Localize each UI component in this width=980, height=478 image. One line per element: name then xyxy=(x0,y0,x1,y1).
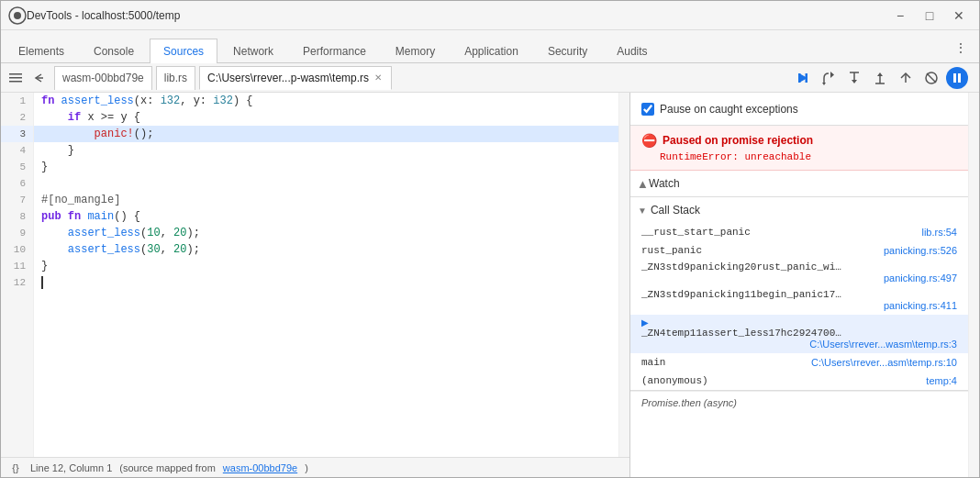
tab-performance[interactable]: Performance xyxy=(289,39,380,63)
pause-on-exceptions-button[interactable] xyxy=(946,67,968,89)
right-scrollbar[interactable] xyxy=(968,93,979,477)
call-stack-section: ▼ Call Stack __rust_start_panic lib.rs:5… xyxy=(630,197,968,391)
stack-item-6[interactable]: (anonymous) temp:4 xyxy=(630,372,968,390)
error-icon: ⛔ xyxy=(641,133,657,148)
maximize-button[interactable]: □ xyxy=(917,6,942,25)
stack-loc-6[interactable]: temp:4 xyxy=(926,375,957,386)
call-stack-label: Call Stack xyxy=(651,204,700,217)
tab-memory[interactable]: Memory xyxy=(382,39,449,63)
promise-label: Promise.then (async) xyxy=(641,397,737,408)
line-num-7: 7 xyxy=(1,192,33,208)
code-line-8: pub fn main() { xyxy=(34,208,618,225)
source-map-text: (source mapped from xyxy=(119,462,216,473)
file-tab-close-button[interactable]: ✕ xyxy=(373,72,384,83)
stack-loc-4[interactable]: C:\Users\rrever...wasm\temp.rs:3 xyxy=(641,339,957,350)
tab-network[interactable]: Network xyxy=(219,39,287,63)
code-line-12 xyxy=(34,274,618,291)
error-banner: ⛔ Paused on promise rejection RuntimeErr… xyxy=(630,126,968,171)
pretty-print-button[interactable]: {} xyxy=(8,461,23,475)
editor-pane: 1 2 3 4 5 6 7 8 9 10 11 12 fn asse xyxy=(1,93,630,477)
tab-security[interactable]: Security xyxy=(534,39,601,63)
right-main[interactable]: Pause on caught exceptions ⛔ Paused on p… xyxy=(630,93,968,477)
close-button[interactable]: ✕ xyxy=(946,6,972,25)
svg-rect-4 xyxy=(9,81,22,83)
file-tab-wasm[interactable]: wasm-00bbd79e xyxy=(54,66,152,90)
line-num-10: 10 xyxy=(1,241,33,258)
resume-icon xyxy=(796,71,810,85)
tab-audits[interactable]: Audits xyxy=(603,39,661,63)
stack-loc-0[interactable]: lib.rs:54 xyxy=(921,227,957,238)
tab-extra-icons: ⋮ xyxy=(942,37,979,59)
window-title: DevTools - localhost:5000/temp xyxy=(27,9,887,22)
svg-rect-7 xyxy=(798,73,801,83)
pause-icon xyxy=(950,71,964,85)
debug-toolbar xyxy=(792,67,975,89)
file-tab-temprs-label: C:\Users\rrever...p-wasm\temp.rs xyxy=(207,72,369,84)
devtools-window: DevTools - localhost:5000/temp − □ ✕ Ele… xyxy=(0,0,980,478)
step-over-button[interactable] xyxy=(818,67,840,89)
tab-application[interactable]: Application xyxy=(451,39,532,63)
stack-fn-5: main xyxy=(641,357,665,368)
call-stack-header[interactable]: ▼ Call Stack xyxy=(630,197,968,223)
stack-item-5[interactable]: main C:\Users\rrever...asm\temp.rs:10 xyxy=(630,353,968,372)
toggle-sidebar-button[interactable] xyxy=(5,67,27,89)
source-map-suffix: ) xyxy=(305,462,308,473)
code-lines: fn assert_less(x: i32, y: i32) { if x >=… xyxy=(34,93,618,457)
tab-sources[interactable]: Sources xyxy=(150,39,217,63)
step-out-button[interactable] xyxy=(869,67,891,89)
stack-fn-3: _ZN3std9panicking11begin_panic17hf8bbc13… xyxy=(641,289,843,300)
code-line-3: panic!(); xyxy=(34,126,618,142)
tab-elements[interactable]: Elements xyxy=(5,39,78,63)
code-line-1: fn assert_less(x: i32, y: i32) { xyxy=(34,93,618,109)
right-content: Pause on caught exceptions ⛔ Paused on p… xyxy=(630,93,979,477)
stack-loc-5[interactable]: C:\Users\rrever...asm\temp.rs:10 xyxy=(811,357,957,368)
stack-fn-2: _ZN3std9panicking20rust_panic_with_hook1… xyxy=(641,261,843,272)
source-map-link[interactable]: wasm-00bbd79e xyxy=(223,462,297,473)
stack-loc-3[interactable]: panicking.rs:411 xyxy=(641,300,957,311)
tab-console[interactable]: Console xyxy=(80,39,148,63)
stack-item-1[interactable]: rust_panic panicking.rs:526 xyxy=(630,241,968,260)
status-bar: {} Line 12, Column 1 (source mapped from… xyxy=(1,457,629,477)
editor-scrollbar[interactable] xyxy=(618,93,629,457)
customize-devtools-button[interactable]: ⋮ xyxy=(950,37,972,59)
line-num-2: 2 xyxy=(1,109,33,126)
code-editor[interactable]: 1 2 3 4 5 6 7 8 9 10 11 12 fn asse xyxy=(1,93,629,457)
line-num-8: 8 xyxy=(1,208,33,225)
stack-loc-2[interactable]: panicking.rs:497 xyxy=(641,272,957,283)
svg-marker-9 xyxy=(830,72,834,78)
stack-item-3[interactable]: _ZN3std9panicking11begin_panic17hf8bbc13… xyxy=(630,287,968,315)
stack-item-4[interactable]: ▶_ZN4temp11assert_less17hc29247008ddc912… xyxy=(630,315,968,353)
deactivate-breakpoints-button[interactable] xyxy=(920,67,942,89)
code-line-7: #[no_mangle] xyxy=(34,192,618,208)
call-stack-list: __rust_start_panic lib.rs:54 rust_panic … xyxy=(630,223,968,390)
svg-rect-8 xyxy=(806,73,808,83)
step-out-icon xyxy=(873,71,887,85)
svg-marker-11 xyxy=(822,83,826,85)
file-tab-librs-label: lib.rs xyxy=(164,72,187,84)
stack-item-2[interactable]: _ZN3std9panicking20rust_panic_with_hook1… xyxy=(630,260,968,287)
back-button[interactable] xyxy=(28,67,50,89)
file-tab-temprs[interactable]: C:\Users\rrever...p-wasm\temp.rs ✕ xyxy=(199,66,392,90)
stack-fn-0: __rust_start_panic xyxy=(641,227,751,238)
file-tab-librs[interactable]: lib.rs xyxy=(156,66,195,90)
file-tab-wasm-label: wasm-00bbd79e xyxy=(62,72,144,84)
step-into-button[interactable] xyxy=(843,67,865,89)
watch-header[interactable]: ▶ Watch xyxy=(630,171,968,196)
svg-rect-2 xyxy=(9,73,22,75)
pause-caught-checkbox[interactable] xyxy=(641,103,654,116)
stack-item-0[interactable]: __rust_start_panic lib.rs:54 xyxy=(630,223,968,241)
deactivate-icon xyxy=(924,71,939,85)
code-line-2: if x >= y { xyxy=(34,109,618,126)
minimize-button[interactable]: − xyxy=(887,6,913,25)
resume-button[interactable] xyxy=(792,67,814,89)
line-num-6: 6 xyxy=(1,175,33,192)
stack-loc-1[interactable]: panicking.rs:526 xyxy=(884,245,957,256)
sidebar-icon xyxy=(8,71,23,85)
promise-row: Promise.then (async) xyxy=(630,391,968,413)
pause-caught-label: Pause on caught exceptions xyxy=(660,103,798,116)
svg-rect-3 xyxy=(9,77,22,79)
watch-chevron-icon: ▶ xyxy=(637,180,647,187)
line-num-5: 5 xyxy=(1,159,33,175)
line-num-9: 9 xyxy=(1,225,33,241)
step-button[interactable] xyxy=(895,67,917,89)
